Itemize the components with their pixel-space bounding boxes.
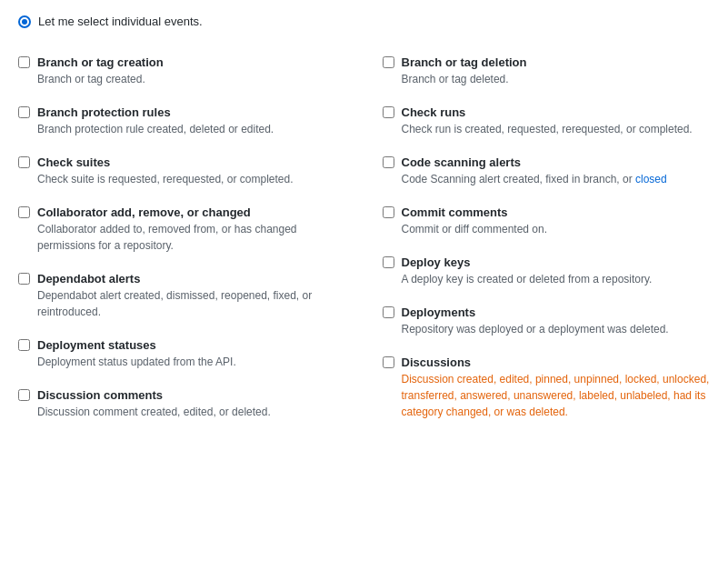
checkbox-input-collaborator-add-remove[interactable]: [18, 206, 30, 218]
checkbox-discussions[interactable]: [383, 356, 394, 371]
event-item-discussions: DiscussionsDiscussion created, edited, p…: [383, 346, 711, 429]
event-title-dependabot-alerts: Dependabot alerts: [37, 272, 346, 285]
event-desc-deploy-keys: A deploy key is created or deleted from …: [402, 271, 711, 287]
checkbox-input-branch-tag-deletion[interactable]: [383, 56, 394, 68]
event-content-branch-protection-rules: Branch protection rulesBranch protection…: [37, 105, 346, 137]
event-desc-discussion-comments: Discussion comment created, edited, or d…: [37, 404, 346, 420]
event-item-code-scanning-alerts: Code scanning alertsCode Scanning alert …: [383, 146, 711, 196]
checkbox-input-discussions[interactable]: [383, 356, 394, 368]
event-desc-check-runs: Check run is created, requested, rereque…: [402, 121, 711, 137]
checkbox-code-scanning-alerts[interactable]: [383, 156, 394, 171]
event-content-deployment-statuses: Deployment statusesDeployment status upd…: [37, 338, 346, 370]
event-desc-check-suites: Check suite is requested, rerequested, o…: [37, 171, 346, 187]
events-grid: Branch or tag creationBranch or tag crea…: [18, 46, 710, 429]
checkbox-collaborator-add-remove[interactable]: [18, 206, 30, 221]
event-title-deployments: Deployments: [402, 306, 711, 319]
event-title-check-suites: Check suites: [37, 155, 346, 169]
event-item-deploy-keys: Deploy keysA deploy key is created or de…: [383, 246, 711, 296]
event-desc-branch-tag-creation: Branch or tag created.: [37, 71, 346, 87]
event-item-check-suites: Check suitesCheck suite is requested, re…: [18, 146, 346, 196]
event-title-code-scanning-alerts: Code scanning alerts: [402, 155, 711, 169]
event-title-branch-tag-creation: Branch or tag creation: [37, 55, 346, 69]
event-item-deployments: DeploymentsRepository was deployed or a …: [383, 296, 711, 346]
checkbox-deploy-keys[interactable]: [383, 256, 394, 271]
event-content-discussions: DiscussionsDiscussion created, edited, p…: [402, 356, 711, 420]
event-item-commit-comments: Commit commentsCommit or diff commented …: [383, 196, 711, 246]
event-desc-deployment-statuses: Deployment status updated from the API.: [37, 354, 346, 370]
event-item-branch-tag-deletion: Branch or tag deletionBranch or tag dele…: [383, 46, 711, 96]
event-desc-collaborator-add-remove: Collaborator added to, removed from, or …: [37, 221, 346, 254]
checkbox-branch-protection-rules[interactable]: [18, 106, 30, 121]
event-title-check-runs: Check runs: [402, 105, 711, 119]
checkbox-input-commit-comments[interactable]: [383, 206, 394, 218]
event-item-dependabot-alerts: Dependabot alertsDependabot alert create…: [18, 263, 346, 329]
event-content-code-scanning-alerts: Code scanning alertsCode Scanning alert …: [402, 155, 711, 187]
event-title-discussions: Discussions: [402, 356, 711, 369]
event-title-branch-tag-deletion: Branch or tag deletion: [402, 55, 711, 69]
event-item-branch-protection-rules: Branch protection rulesBranch protection…: [18, 96, 346, 146]
checkbox-input-check-suites[interactable]: [18, 156, 30, 168]
event-desc-branch-tag-deletion: Branch or tag deleted.: [402, 71, 711, 87]
checkbox-input-discussion-comments[interactable]: [18, 389, 30, 401]
event-content-dependabot-alerts: Dependabot alertsDependabot alert create…: [37, 272, 346, 320]
event-item-check-runs: Check runsCheck run is created, requeste…: [383, 96, 711, 146]
event-title-deployment-statuses: Deployment statuses: [37, 338, 346, 352]
event-content-check-runs: Check runsCheck run is created, requeste…: [402, 105, 711, 137]
event-title-commit-comments: Commit comments: [402, 205, 711, 219]
event-desc-deployments: Repository was deployed or a deployment …: [402, 321, 711, 337]
checkbox-input-check-runs[interactable]: [383, 106, 394, 118]
events-left-column: Branch or tag creationBranch or tag crea…: [18, 46, 346, 429]
radio-selected: [18, 15, 31, 28]
checkbox-deployments[interactable]: [383, 306, 394, 321]
checkbox-branch-tag-deletion[interactable]: [383, 56, 394, 71]
event-title-deploy-keys: Deploy keys: [402, 255, 711, 269]
created-text: created: [504, 173, 540, 185]
event-content-branch-tag-creation: Branch or tag creationBranch or tag crea…: [37, 55, 346, 87]
checkbox-discussion-comments[interactable]: [18, 389, 30, 404]
event-desc-dependabot-alerts: Dependabot alert created, dismissed, reo…: [37, 287, 346, 320]
event-item-discussion-comments: Discussion commentsDiscussion comment cr…: [18, 379, 346, 429]
top-option[interactable]: Let me select individual events.: [18, 15, 710, 28]
event-item-collaborator-add-remove: Collaborator add, remove, or changedColl…: [18, 196, 346, 263]
event-content-deployments: DeploymentsRepository was deployed or a …: [402, 306, 711, 337]
checkbox-input-deployments[interactable]: [383, 306, 394, 318]
event-desc-discussions: Discussion created, edited, pinned, unpi…: [402, 371, 711, 420]
checkbox-input-code-scanning-alerts[interactable]: [383, 156, 394, 168]
event-content-deploy-keys: Deploy keysA deploy key is created or de…: [402, 255, 711, 287]
checkbox-input-deploy-keys[interactable]: [383, 256, 394, 268]
event-content-commit-comments: Commit commentsCommit or diff commented …: [402, 205, 711, 237]
checkbox-commit-comments[interactable]: [383, 206, 394, 221]
event-title-collaborator-add-remove: Collaborator add, remove, or changed: [37, 205, 346, 219]
event-title-branch-protection-rules: Branch protection rules: [37, 105, 346, 119]
event-content-check-suites: Check suitesCheck suite is requested, re…: [37, 155, 346, 187]
checkbox-input-deployment-statuses[interactable]: [18, 339, 30, 351]
events-right-column: Branch or tag deletionBranch or tag dele…: [383, 46, 711, 429]
checkbox-check-suites[interactable]: [18, 156, 30, 171]
event-content-discussion-comments: Discussion commentsDiscussion comment cr…: [37, 388, 346, 420]
closed-link[interactable]: closed: [635, 173, 667, 185]
event-item-deployment-statuses: Deployment statusesDeployment status upd…: [18, 329, 346, 379]
event-title-discussion-comments: Discussion comments: [37, 388, 346, 402]
event-content-branch-tag-deletion: Branch or tag deletionBranch or tag dele…: [402, 55, 711, 87]
checkbox-input-branch-protection-rules[interactable]: [18, 106, 30, 118]
top-option-label: Let me select individual events.: [38, 15, 203, 28]
event-content-collaborator-add-remove: Collaborator add, remove, or changedColl…: [37, 205, 346, 254]
checkbox-input-dependabot-alerts[interactable]: [18, 273, 30, 285]
checkbox-deployment-statuses[interactable]: [18, 339, 30, 354]
checkbox-input-branch-tag-creation[interactable]: [18, 56, 30, 68]
checkbox-check-runs[interactable]: [383, 106, 394, 121]
event-desc-code-scanning-alerts: Code Scanning alert created, fixed in br…: [402, 171, 711, 187]
event-desc-branch-protection-rules: Branch protection rule created, deleted …: [37, 121, 346, 137]
discussions-desc: Discussion created, edited, pinned, unpi…: [402, 373, 710, 418]
checkbox-branch-tag-creation[interactable]: [18, 56, 30, 71]
event-desc-commit-comments: Commit or diff commented on.: [402, 221, 711, 237]
checkbox-dependabot-alerts[interactable]: [18, 273, 30, 287]
event-item-branch-tag-creation: Branch or tag creationBranch or tag crea…: [18, 46, 346, 96]
